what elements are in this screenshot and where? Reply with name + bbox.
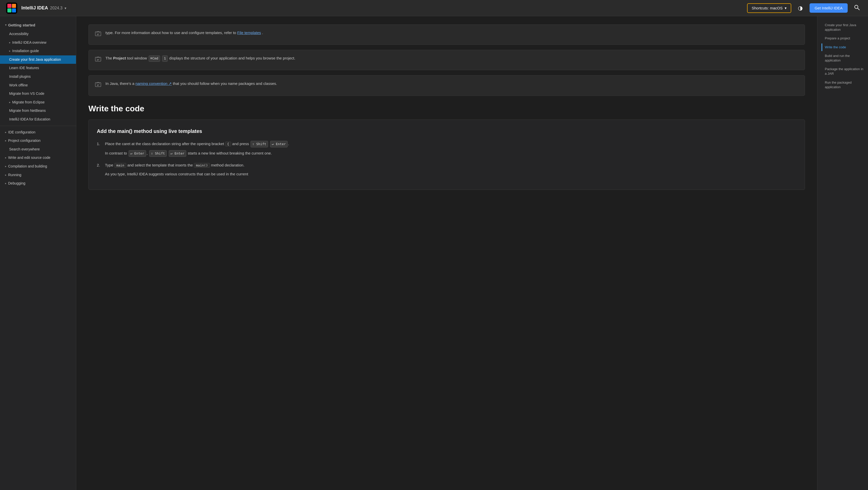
sidebar-label-migrate-vscode: Migrate from VS Code	[9, 91, 44, 96]
right-panel-item-write-code[interactable]: Write the code	[822, 43, 864, 51]
sidebar-arrow-getting-started: ▾	[5, 23, 7, 27]
sidebar-item-project-config[interactable]: ▸ Project configuration	[0, 136, 76, 145]
code-main: main	[114, 163, 126, 168]
steps-box-heading: Add the main() method using live templat…	[97, 127, 797, 135]
sidebar-label-running: Running	[8, 173, 21, 178]
sidebar-item-install-plugins[interactable]: Install plugins	[0, 72, 76, 81]
sidebar-arrow-running: ▸	[5, 173, 7, 177]
right-panel-item-build-run[interactable]: Build and run the application	[822, 52, 864, 64]
svg-rect-4	[12, 8, 16, 12]
app-header: IntelliJ IDEA 2024.3 ▾ Shortcuts: macOS …	[0, 0, 868, 16]
sidebar-label-learn-ide: Learn IDE features	[9, 66, 39, 71]
app-logo	[6, 3, 17, 14]
sidebar-item-intellij-overview[interactable]: ▸ IntelliJ IDEA overview	[0, 38, 76, 47]
right-panel: Create your first Java application Prepa…	[817, 16, 868, 490]
write-code-heading: Write the code	[88, 104, 805, 113]
sidebar-label-create-java: Create your first Java application	[9, 57, 61, 62]
svg-line-6	[858, 8, 859, 10]
sidebar-item-migrate-eclipse[interactable]: ▸ Migrate from Eclipse	[0, 98, 76, 107]
sidebar-item-migrate-vscode[interactable]: Migrate from VS Code	[0, 89, 76, 98]
svg-rect-8	[97, 34, 99, 34]
sidebar-label-ide-config: IDE configuration	[8, 130, 35, 135]
step-1: Place the caret at the class declaration…	[97, 141, 797, 157]
app-version: 2024.3	[50, 6, 63, 10]
sidebar-label-installation: Installation guide	[12, 49, 39, 54]
body-layout: ▾ Getting started Accessibility ▸ Intell…	[0, 16, 868, 490]
sidebar-label-getting-started: Getting started	[8, 22, 35, 28]
kbd-enter-3: ↵ Enter	[169, 150, 186, 157]
sidebar-item-accessibility[interactable]: Accessibility	[0, 30, 76, 38]
info-box-2: The Project tool window ⌘Cmd 1 displays …	[88, 50, 805, 70]
theme-icon: ◑	[798, 5, 803, 11]
sidebar-label-install-plugins: Install plugins	[9, 74, 31, 79]
svg-rect-11	[97, 59, 99, 60]
svg-rect-14	[97, 85, 99, 85]
info-box-1: type. For more information about how to …	[88, 24, 805, 45]
steps-box: Add the main() method using live templat…	[88, 119, 805, 190]
sidebar-arrow-project-config: ▸	[5, 139, 7, 143]
sidebar-item-compilation[interactable]: ▸ Compilation and building	[0, 162, 76, 171]
sidebar-arrow-installation: ▸	[9, 49, 11, 53]
search-icon	[854, 5, 860, 12]
info-box-3: In Java, there's a naming convention ↗ t…	[88, 75, 805, 96]
sidebar-label-migrate-eclipse: Migrate from Eclipse	[12, 100, 45, 105]
sidebar-item-getting-started[interactable]: ▾ Getting started	[0, 20, 76, 30]
sidebar-item-ide-config[interactable]: ▸ IDE configuration	[0, 128, 76, 137]
sidebar-item-migrate-netbeans[interactable]: Migrate from NetBeans	[0, 106, 76, 115]
sidebar-item-work-offline[interactable]: Work offline	[0, 81, 76, 90]
app-name: IntelliJ IDEA	[21, 5, 48, 11]
shortcuts-button[interactable]: Shortcuts: macOS ▾	[747, 3, 791, 13]
right-panel-item-package-jar[interactable]: Package the application in a JAR	[822, 65, 864, 78]
file-templates-link[interactable]: File templates	[237, 30, 261, 35]
kbd-shift-2: ⇧ Shift	[149, 150, 167, 157]
svg-rect-1	[7, 4, 11, 8]
right-panel-item-create-java[interactable]: Create your first Java application	[822, 21, 864, 34]
naming-convention-link[interactable]: naming convention ↗	[135, 81, 172, 86]
sidebar-arrow-migrate-eclipse: ▸	[9, 100, 11, 104]
kbd-shift: ⇧ Shift	[251, 141, 268, 147]
sidebar-arrow-debugging: ▸	[5, 181, 7, 185]
sidebar-arrow-ide-config: ▸	[5, 130, 7, 134]
kbd-enter-2: ↵ Enter	[129, 150, 146, 157]
info-icon-3	[95, 81, 101, 90]
sidebar-label-intellij-education: IntelliJ IDEA for Education	[9, 117, 50, 122]
sidebar-label-project-config: Project configuration	[8, 138, 41, 143]
sidebar-item-write-edit-code[interactable]: ▸ Write and edit source code	[0, 154, 76, 162]
step-2: Type main and select the template that i…	[97, 162, 797, 177]
info-text-2: The Project tool window ⌘Cmd 1 displays …	[105, 55, 799, 62]
right-panel-item-run-packaged[interactable]: Run the packaged application	[822, 79, 864, 91]
sidebar-item-running[interactable]: ▸ Running	[0, 171, 76, 179]
app-title-group: IntelliJ IDEA 2024.3 ▾	[21, 5, 66, 11]
sidebar-item-create-java[interactable]: Create your first Java application	[0, 55, 76, 64]
sidebar-item-installation-guide[interactable]: ▸ Installation guide	[0, 47, 76, 55]
info-text-3: In Java, there's a naming convention ↗ t…	[105, 81, 799, 87]
svg-rect-9	[97, 35, 99, 35]
theme-toggle-button[interactable]: ◑	[795, 3, 805, 13]
right-panel-item-prepare-project[interactable]: Prepare a project	[822, 35, 864, 42]
sidebar-item-debugging[interactable]: ▸ Debugging	[0, 179, 76, 188]
sidebar-item-search-everywhere[interactable]: Search everywhere	[0, 145, 76, 154]
svg-rect-3	[12, 4, 16, 8]
kbd-cmd: ⌘Cmd	[149, 55, 160, 62]
info-icon-2	[95, 56, 101, 65]
kbd-enter-1: ↵ Enter	[270, 141, 288, 147]
info-icon-1	[95, 30, 101, 39]
get-idea-button[interactable]: Get IntelliJ IDEA	[810, 3, 848, 13]
sidebar-label-work-offline: Work offline	[9, 83, 28, 88]
sidebar-label-debugging: Debugging	[8, 181, 25, 186]
search-button[interactable]	[852, 3, 862, 13]
sidebar-divider-1	[0, 126, 76, 126]
svg-rect-12	[97, 60, 99, 60]
sidebar-label-intellij-overview: IntelliJ IDEA overview	[12, 40, 46, 45]
main-content: type. For more information about how to …	[76, 16, 817, 490]
svg-rect-15	[97, 85, 99, 86]
sidebar-label-accessibility: Accessibility	[9, 32, 28, 37]
sidebar-label-search-everywhere: Search everywhere	[9, 147, 40, 152]
info-text-1: type. For more information about how to …	[105, 30, 799, 36]
sidebar-arrow-compilation: ▸	[5, 164, 7, 168]
shortcuts-label: Shortcuts: macOS	[752, 6, 783, 10]
code-main-method: main()	[194, 163, 210, 168]
sidebar-item-intellij-education[interactable]: IntelliJ IDEA for Education	[0, 115, 76, 124]
sidebar-item-learn-ide[interactable]: Learn IDE features	[0, 64, 76, 72]
version-chevron-icon[interactable]: ▾	[65, 6, 66, 10]
